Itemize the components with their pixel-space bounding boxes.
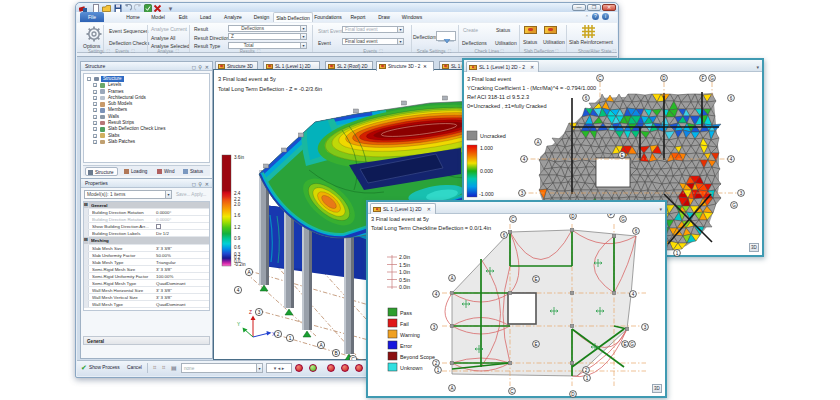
- svg-text:0.9: 0.9: [234, 236, 241, 241]
- svg-text:4: 4: [730, 157, 733, 162]
- svg-text:1.2: 1.2: [234, 225, 241, 230]
- svg-text:Fail: Fail: [400, 321, 409, 327]
- svg-text:6: 6: [585, 96, 588, 101]
- svg-text:B: B: [334, 351, 337, 356]
- svg-text:3 Final load event at 5y: 3 Final load event at 5y: [218, 76, 276, 82]
- svg-text:0=Uncracked , ±1=fully Cracked: 0=Uncracked , ±1=fully Cracked: [467, 103, 547, 109]
- svg-text:1: 1: [586, 376, 589, 381]
- svg-text:3: 3: [644, 325, 647, 330]
- svg-text:0.0in: 0.0in: [399, 284, 410, 290]
- svg-text:1: 1: [676, 251, 679, 256]
- svg-text:4: 4: [435, 292, 438, 297]
- svg-text:F: F: [702, 76, 705, 81]
- svg-text:3 Final load event at 5y: 3 Final load event at 5y: [371, 216, 429, 222]
- svg-text:2: 2: [277, 332, 280, 337]
- svg-text:G: G: [732, 203, 736, 208]
- svg-text:Y: Y: [237, 322, 241, 327]
- svg-text:Z: Z: [249, 310, 252, 315]
- svg-text:-1.000: -1.000: [479, 191, 494, 197]
- svg-text:3: 3: [740, 191, 743, 196]
- svg-text:1: 1: [289, 336, 292, 341]
- svg-text:Warning: Warning: [400, 332, 420, 338]
- svg-text:6: 6: [730, 96, 733, 101]
- svg-text:0.5in: 0.5in: [399, 277, 410, 283]
- svg-text:G: G: [710, 76, 714, 81]
- svg-text:6: 6: [635, 229, 638, 234]
- svg-text:3: 3: [258, 310, 261, 315]
- svg-text:E: E: [534, 342, 537, 347]
- svg-text:1.0in: 1.0in: [399, 269, 410, 275]
- svg-text:Ref ACI 318-11 cl 9.5.2.3: Ref ACI 318-11 cl 9.5.2.3: [467, 94, 529, 100]
- svg-text:Total Long Term Deflection - Z: Total Long Term Deflection - Z = -0.2/3.…: [218, 86, 322, 92]
- svg-text:Unknown: Unknown: [400, 365, 422, 371]
- svg-text:3 Final load event: 3 Final load event: [467, 76, 512, 82]
- svg-text:Uncracked: Uncracked: [480, 133, 506, 139]
- svg-text:0.000: 0.000: [480, 168, 493, 174]
- svg-text:3: 3: [521, 191, 524, 196]
- svg-text:2: 2: [585, 368, 588, 373]
- svg-text:Total Long Term Checkline Defl: Total Long Term Checkline Deflection = 0…: [371, 225, 491, 231]
- svg-text:G: G: [630, 342, 634, 347]
- svg-text:E: E: [623, 342, 626, 347]
- svg-text:2: 2: [435, 361, 438, 366]
- svg-text:1.000: 1.000: [480, 145, 493, 151]
- svg-text:YCracking Coefficient 1 - (Mcr: YCracking Coefficient 1 - (Mcr/Ma)^4 = -…: [467, 85, 596, 91]
- svg-text:4: 4: [632, 292, 635, 297]
- svg-text:1: 1: [437, 368, 440, 373]
- svg-text:E: E: [534, 277, 537, 282]
- svg-text:3.6in: 3.6in: [234, 155, 244, 160]
- svg-text:4: 4: [523, 157, 526, 162]
- svg-text:1.5in: 1.5in: [399, 262, 410, 268]
- svg-text:Beyond Scope: Beyond Scope: [400, 354, 435, 360]
- svg-text:0.6: 0.6: [234, 245, 241, 250]
- svg-text:Error: Error: [400, 343, 412, 349]
- svg-text:4: 4: [237, 288, 240, 293]
- svg-text:6: 6: [503, 233, 506, 238]
- svg-text:E: E: [620, 153, 623, 158]
- svg-text:2.4: 2.4: [234, 191, 241, 196]
- svg-text:2.0: 2.0: [234, 202, 241, 207]
- svg-text:-0.2in: -0.2in: [234, 262, 246, 267]
- svg-text:1.6: 1.6: [234, 213, 241, 218]
- svg-text:2.0in: 2.0in: [399, 254, 410, 260]
- svg-text:F: F: [610, 214, 613, 217]
- svg-text:3: 3: [433, 325, 436, 330]
- svg-text:G: G: [621, 217, 625, 222]
- svg-text:Pass: Pass: [400, 310, 412, 316]
